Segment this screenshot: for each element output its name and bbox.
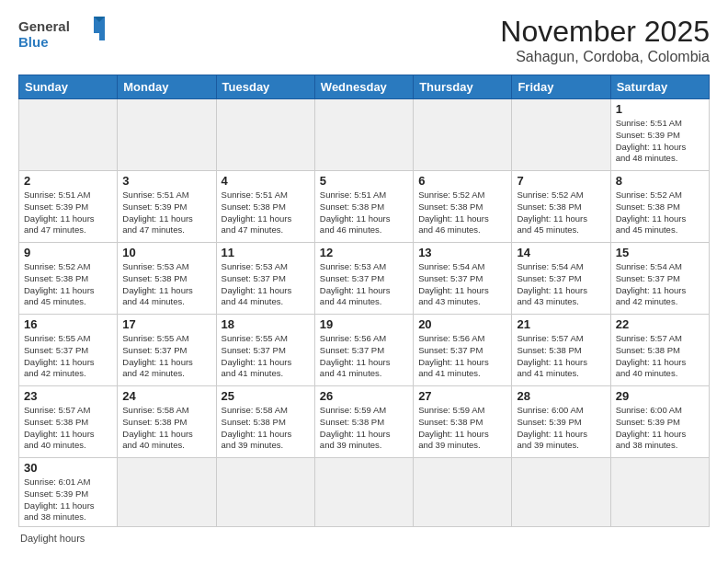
- day-cell: 14Sunrise: 5:54 AMSunset: 5:37 PMDayligh…: [512, 243, 610, 315]
- day-cell: 9Sunrise: 5:52 AMSunset: 5:38 PMDaylight…: [19, 243, 118, 315]
- day-number: 5: [320, 174, 408, 188]
- day-cell: 2Sunrise: 5:51 AMSunset: 5:39 PMDaylight…: [19, 171, 118, 243]
- day-cell: 21Sunrise: 5:57 AMSunset: 5:38 PMDayligh…: [512, 315, 610, 386]
- day-info: Sunrise: 5:54 AMSunset: 5:37 PMDaylight:…: [616, 261, 704, 308]
- day-cell: 23Sunrise: 5:57 AMSunset: 5:38 PMDayligh…: [19, 386, 118, 458]
- day-cell: 1Sunrise: 5:51 AMSunset: 5:39 PMDaylight…: [610, 99, 709, 171]
- footer-daylight: Daylight hours: [18, 533, 710, 544]
- day-cell: 3Sunrise: 5:51 AMSunset: 5:39 PMDaylight…: [118, 171, 216, 243]
- day-number: 22: [616, 317, 704, 331]
- day-cell: 27Sunrise: 5:59 AMSunset: 5:38 PMDayligh…: [414, 386, 512, 458]
- day-number: 16: [24, 317, 112, 331]
- day-info: Sunrise: 5:58 AMSunset: 5:38 PMDaylight:…: [122, 405, 210, 452]
- day-number: 15: [616, 246, 704, 259]
- day-number: 17: [122, 317, 210, 331]
- day-cell: 16Sunrise: 5:55 AMSunset: 5:37 PMDayligh…: [19, 315, 118, 386]
- day-info: Sunrise: 5:51 AMSunset: 5:39 PMDaylight:…: [122, 190, 210, 236]
- day-cell: [414, 458, 512, 527]
- day-cell: 18Sunrise: 5:55 AMSunset: 5:37 PMDayligh…: [216, 315, 314, 386]
- day-info: Sunrise: 5:54 AMSunset: 5:37 PMDaylight:…: [418, 261, 506, 308]
- day-cell: [19, 99, 118, 171]
- day-number: 13: [418, 246, 506, 259]
- day-cell: [512, 458, 610, 527]
- day-cell: 24Sunrise: 5:58 AMSunset: 5:38 PMDayligh…: [118, 386, 216, 458]
- day-info: Sunrise: 5:57 AMSunset: 5:38 PMDaylight:…: [517, 333, 605, 380]
- weekday-sunday: Sunday: [19, 75, 118, 99]
- day-cell: 12Sunrise: 5:53 AMSunset: 5:37 PMDayligh…: [314, 243, 413, 315]
- logo-svg: General Blue: [18, 15, 110, 52]
- day-number: 9: [24, 246, 112, 259]
- day-cell: 17Sunrise: 5:55 AMSunset: 5:37 PMDayligh…: [118, 315, 216, 386]
- weekday-header-row: SundayMondayTuesdayWednesdayThursdayFrid…: [19, 75, 710, 99]
- day-cell: [216, 99, 314, 171]
- day-info: Sunrise: 6:01 AMSunset: 5:39 PMDaylight:…: [24, 477, 112, 523]
- day-cell: 4Sunrise: 5:51 AMSunset: 5:38 PMDaylight…: [216, 171, 314, 243]
- day-number: 18: [222, 317, 310, 331]
- day-info: Sunrise: 6:00 AMSunset: 5:39 PMDaylight:…: [616, 405, 704, 452]
- day-info: Sunrise: 5:55 AMSunset: 5:37 PMDaylight:…: [24, 333, 112, 380]
- day-number: 1: [616, 102, 704, 116]
- weekday-saturday: Saturday: [610, 75, 709, 99]
- day-number: 6: [418, 174, 506, 188]
- week-row-3: 9Sunrise: 5:52 AMSunset: 5:38 PMDaylight…: [19, 243, 710, 315]
- week-row-4: 16Sunrise: 5:55 AMSunset: 5:37 PMDayligh…: [19, 315, 710, 386]
- day-number: 10: [122, 246, 210, 259]
- day-info: Sunrise: 5:53 AMSunset: 5:37 PMDaylight:…: [320, 261, 408, 308]
- day-number: 23: [24, 389, 112, 403]
- day-number: 30: [24, 461, 112, 475]
- day-cell: [610, 458, 709, 527]
- day-number: 11: [222, 246, 310, 259]
- day-info: Sunrise: 5:51 AMSunset: 5:38 PMDaylight:…: [320, 190, 408, 236]
- weekday-monday: Monday: [118, 75, 216, 99]
- day-info: Sunrise: 5:53 AMSunset: 5:37 PMDaylight:…: [222, 261, 310, 308]
- day-info: Sunrise: 5:52 AMSunset: 5:38 PMDaylight:…: [517, 190, 605, 236]
- day-number: 25: [222, 389, 310, 403]
- day-number: 19: [320, 317, 408, 331]
- day-info: Sunrise: 5:55 AMSunset: 5:37 PMDaylight:…: [122, 333, 210, 380]
- day-cell: [118, 99, 216, 171]
- day-info: Sunrise: 5:51 AMSunset: 5:38 PMDaylight:…: [222, 190, 310, 236]
- day-info: Sunrise: 5:56 AMSunset: 5:37 PMDaylight:…: [320, 333, 408, 380]
- week-row-1: 1Sunrise: 5:51 AMSunset: 5:39 PMDaylight…: [19, 99, 710, 171]
- weekday-friday: Friday: [512, 75, 610, 99]
- day-number: 20: [418, 317, 506, 331]
- week-row-6: 30Sunrise: 6:01 AMSunset: 5:39 PMDayligh…: [19, 458, 710, 527]
- day-info: Sunrise: 5:58 AMSunset: 5:38 PMDaylight:…: [222, 405, 310, 452]
- day-cell: 5Sunrise: 5:51 AMSunset: 5:38 PMDaylight…: [314, 171, 413, 243]
- weekday-tuesday: Tuesday: [216, 75, 314, 99]
- day-cell: 29Sunrise: 6:00 AMSunset: 5:39 PMDayligh…: [610, 386, 709, 458]
- day-number: 24: [122, 389, 210, 403]
- day-cell: 11Sunrise: 5:53 AMSunset: 5:37 PMDayligh…: [216, 243, 314, 315]
- week-row-5: 23Sunrise: 5:57 AMSunset: 5:38 PMDayligh…: [19, 386, 710, 458]
- day-cell: [216, 458, 314, 527]
- day-cell: 19Sunrise: 5:56 AMSunset: 5:37 PMDayligh…: [314, 315, 413, 386]
- day-number: 14: [517, 246, 605, 259]
- day-cell: [118, 458, 216, 527]
- svg-text:Blue: Blue: [18, 34, 49, 50]
- day-cell: 20Sunrise: 5:56 AMSunset: 5:37 PMDayligh…: [414, 315, 512, 386]
- day-info: Sunrise: 5:54 AMSunset: 5:37 PMDaylight:…: [517, 261, 605, 308]
- page: General Blue November 2025 Sahagun, Cord…: [0, 0, 728, 563]
- day-info: Sunrise: 6:00 AMSunset: 5:39 PMDaylight:…: [517, 405, 605, 452]
- day-number: 8: [616, 174, 704, 188]
- day-info: Sunrise: 5:57 AMSunset: 5:38 PMDaylight:…: [616, 333, 704, 380]
- svg-marker-4: [99, 33, 105, 40]
- header: General Blue November 2025 Sahagun, Cord…: [18, 15, 710, 65]
- title-block: November 2025 Sahagun, Cordoba, Colombia: [500, 15, 710, 65]
- day-info: Sunrise: 5:52 AMSunset: 5:38 PMDaylight:…: [616, 190, 704, 236]
- location: Sahagun, Cordoba, Colombia: [500, 49, 710, 65]
- month-title: November 2025: [500, 15, 710, 49]
- day-cell: 25Sunrise: 5:58 AMSunset: 5:38 PMDayligh…: [216, 386, 314, 458]
- day-cell: 7Sunrise: 5:52 AMSunset: 5:38 PMDaylight…: [512, 171, 610, 243]
- day-number: 28: [517, 389, 605, 403]
- day-info: Sunrise: 5:53 AMSunset: 5:38 PMDaylight:…: [122, 261, 210, 308]
- day-info: Sunrise: 5:56 AMSunset: 5:37 PMDaylight:…: [418, 333, 506, 380]
- svg-text:General: General: [18, 18, 70, 34]
- day-cell: 10Sunrise: 5:53 AMSunset: 5:38 PMDayligh…: [118, 243, 216, 315]
- logo: General Blue: [18, 15, 110, 52]
- day-info: Sunrise: 5:51 AMSunset: 5:39 PMDaylight:…: [24, 190, 112, 236]
- daylight-label: Daylight hours: [20, 533, 85, 544]
- day-number: 21: [517, 317, 605, 331]
- day-number: 3: [122, 174, 210, 188]
- day-cell: 30Sunrise: 6:01 AMSunset: 5:39 PMDayligh…: [19, 458, 118, 527]
